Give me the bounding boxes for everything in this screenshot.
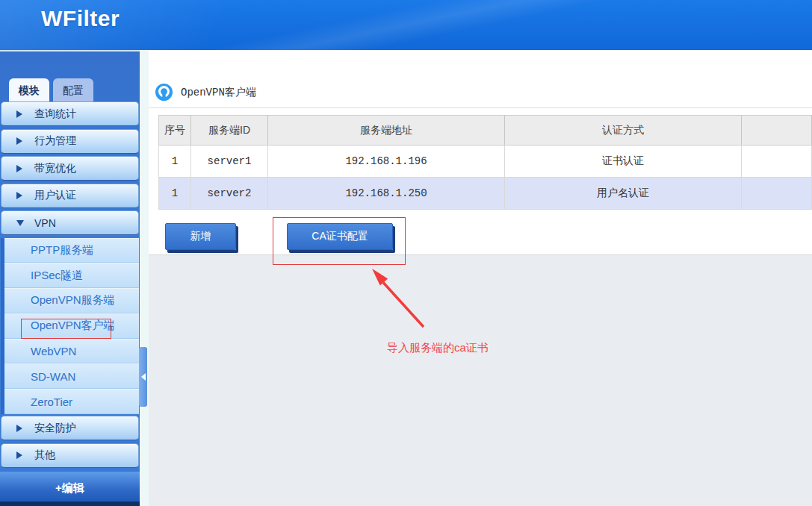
sidebar-item-query-stats[interactable]: 查询统计 — [1, 101, 139, 126]
col-header-server-address: 服务端地址 — [268, 116, 505, 146]
main-content: OpenVPN客户端 序号 服务端ID 服务端地址 认证方式 1 — [149, 50, 812, 506]
cell-auth-method: 用户名认证 — [505, 178, 742, 210]
vpn-submenu: PPTP服务端 IPSec隧道 OpenVPN服务端 OpenVPN客户端 We… — [1, 238, 139, 415]
table-row[interactable]: 1 server1 192.168.1.196 证书认证 — [159, 146, 812, 178]
cell-server-address: 192.168.1.250 — [268, 178, 505, 210]
triangle-right-icon — [16, 137, 22, 145]
action-button-row: 新增 CA证书配置 — [165, 223, 812, 250]
sidebar-item-sd-wan[interactable]: SD-WAN — [4, 363, 139, 389]
openvpn-clients-table: 序号 服务端ID 服务端地址 认证方式 1 server1 192.168.1.… — [158, 115, 812, 210]
triangle-right-icon — [16, 192, 22, 199]
collapse-arrow-icon — [141, 373, 146, 381]
sidebar-item-openvpn-server[interactable]: OpenVPN服务端 — [4, 288, 139, 313]
cell-server-address: 192.168.1.196 — [268, 146, 505, 178]
sidebar-item-security[interactable]: 安全防护 — [1, 416, 139, 440]
ca-cert-config-button[interactable]: CA证书配置 — [287, 223, 393, 250]
sidebar-item-webvpn[interactable]: WebVPN — [4, 339, 139, 364]
sidebar-tabs: 模块 配置 — [9, 78, 137, 101]
sidebar: 模块 配置 查询统计 行为管理 带宽优化 用户认证 VPN — [0, 50, 140, 506]
sidebar-gap — [140, 50, 149, 506]
sidebar-item-pptp-server[interactable]: PPTP服务端 — [4, 238, 139, 263]
triangle-right-icon — [16, 452, 22, 459]
divider — [149, 107, 812, 108]
col-header-auth-method: 认证方式 — [505, 116, 742, 146]
triangle-right-icon — [16, 425, 22, 432]
sidebar-item-behavior-mgmt[interactable]: 行为管理 — [1, 129, 139, 154]
triangle-down-icon — [16, 220, 24, 226]
sidebar-item-bandwidth-opt[interactable]: 带宽优化 — [1, 156, 139, 181]
col-header-server-id: 服务端ID — [191, 116, 268, 146]
cell-auth-method: 证书认证 — [505, 146, 742, 178]
tab-config[interactable]: 配置 — [53, 78, 93, 101]
sidebar-menu: 查询统计 行为管理 带宽优化 用户认证 VPN PPTP服务端 IPSec隧道 — [1, 101, 139, 470]
cell-server-id: server2 — [191, 178, 268, 210]
cell-actions — [742, 146, 812, 178]
cell-index: 1 — [159, 146, 191, 178]
sidebar-edit-button[interactable]: +编辑 — [0, 472, 140, 506]
openvpn-icon — [155, 84, 173, 101]
sidebar-item-openvpn-client[interactable]: OpenVPN客户端 — [4, 313, 139, 339]
cell-actions — [742, 178, 812, 210]
triangle-right-icon — [16, 165, 22, 172]
tab-modules[interactable]: 模块 — [9, 78, 49, 101]
page-title-row: OpenVPN客户端 — [149, 50, 812, 101]
sidebar-item-user-auth[interactable]: 用户认证 — [1, 184, 139, 208]
app-logo: WFilter — [41, 6, 120, 31]
cell-index: 1 — [159, 178, 191, 210]
sidebar-item-zerotier[interactable]: ZeroTier — [4, 389, 139, 414]
table-row[interactable]: 1 server2 192.168.1.250 用户名认证 — [159, 178, 812, 210]
sidebar-item-vpn[interactable]: VPN — [1, 210, 139, 235]
content-panel: OpenVPN客户端 序号 服务端ID 服务端地址 认证方式 1 — [149, 50, 812, 255]
app-window: WFilter 模块 配置 查询统计 行为管理 带宽优化 用户认证 — [0, 0, 812, 506]
add-button[interactable]: 新增 — [165, 223, 236, 250]
cell-server-id: server1 — [191, 146, 268, 178]
col-header-index: 序号 — [159, 116, 191, 146]
sidebar-collapse-handle[interactable] — [139, 347, 147, 407]
table-header-row: 序号 服务端ID 服务端地址 认证方式 — [159, 116, 812, 146]
app-header: WFilter — [0, 0, 812, 50]
sidebar-item-ipsec-tunnel[interactable]: IPSec隧道 — [4, 263, 139, 288]
triangle-right-icon — [16, 110, 22, 118]
page-title: OpenVPN客户端 — [181, 86, 256, 99]
col-header-actions — [742, 116, 812, 146]
sidebar-item-other[interactable]: 其他 — [1, 443, 139, 468]
